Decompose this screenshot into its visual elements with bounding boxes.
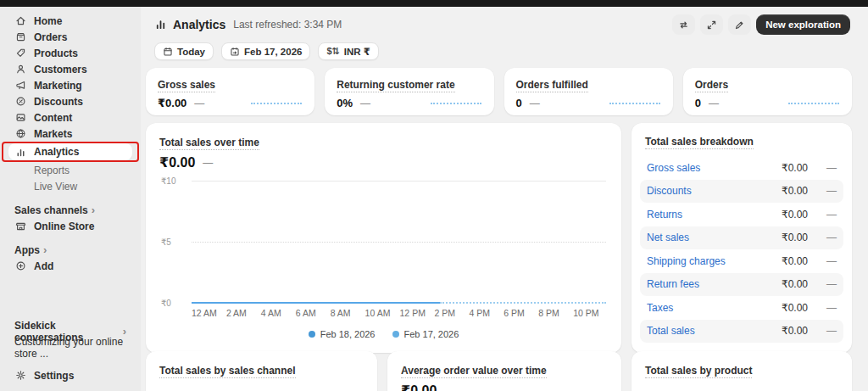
sidebar-item-reports[interactable]: Reports [8, 162, 132, 178]
card-title[interactable]: Average order value over time [401, 365, 547, 378]
home-icon [14, 15, 26, 27]
edit-button[interactable] [728, 14, 751, 35]
sparkline [251, 103, 302, 104]
x-axis-tick: 4 PM [469, 308, 504, 318]
add-circle-icon [14, 260, 26, 272]
sidebar-item-orders[interactable]: Orders [8, 29, 132, 45]
y-axis-tick: ₹0 [161, 299, 171, 308]
products-icon [14, 47, 26, 59]
breakdown-delta: — [825, 255, 837, 267]
metric-card-orders: Orders 0 — [683, 68, 852, 115]
breakdown-row: Total sales ₹0.00 — [640, 320, 843, 344]
breakdown-row: Taxes ₹0.00 — [640, 296, 843, 320]
legend-label: Feb 17, 2026 [404, 329, 459, 339]
sidebar-item-settings[interactable]: Settings [8, 367, 132, 383]
metric-title[interactable]: Returning customer rate [337, 79, 454, 92]
x-axis-tick: 2 PM [434, 308, 469, 318]
sidebar-item-label: Content [34, 112, 72, 124]
sidebar-item-markets[interactable]: Markets [8, 126, 132, 142]
sidebar-subitem-label: Reports [34, 165, 70, 176]
breakdown-row: Discounts ₹0.00 — [640, 180, 843, 204]
sidebar-item-analytics[interactable]: Analytics [8, 143, 132, 160]
bottom-row: Total sales by sales channel Average ord… [146, 351, 852, 391]
card-title[interactable]: Total sales by product [645, 365, 752, 378]
sidebar-item-label: Customers [34, 64, 87, 75]
filter-row: Today Feb 17, 2026 $⇅ INR ₹ [154, 42, 852, 60]
metric-delta: — [360, 98, 370, 109]
store-icon [14, 221, 26, 232]
currency-button[interactable]: $⇅ INR ₹ [318, 42, 378, 60]
settings-gear-icon [14, 370, 26, 382]
breakdown-delta: — [825, 302, 837, 314]
sidebar-item-add-app[interactable]: Add [8, 258, 132, 274]
breakdown-row: Shipping charges ₹0.00 — [640, 249, 843, 273]
sidebar-item-home[interactable]: Home [8, 13, 132, 29]
chart-title[interactable]: Total sales over time [159, 137, 259, 150]
breakdown-row: Returns ₹0.00 — [640, 203, 843, 226]
metric-title[interactable]: Orders [695, 79, 728, 92]
apps-section[interactable]: Apps › [8, 242, 132, 258]
breakdown-value: ₹0.00 [782, 325, 808, 337]
sales-channels-section[interactable]: Sales channels › [8, 202, 132, 218]
legend-label: Feb 18, 2026 [320, 329, 376, 339]
breakdown-link[interactable]: Discounts [647, 185, 782, 197]
expand-button[interactable] [700, 14, 723, 35]
x-axis-tick: 6 AM [296, 308, 331, 318]
gridline [192, 181, 606, 182]
discounts-icon [14, 96, 26, 108]
cycle-refresh-button[interactable] [672, 14, 695, 35]
breakdown-link[interactable]: Total sales [647, 325, 782, 337]
metric-delta: — [530, 98, 540, 109]
breakdown-title[interactable]: Total sales breakdown [645, 136, 754, 149]
sparkline [788, 103, 839, 104]
card-value: ₹0.00 [401, 383, 437, 391]
today-label: Today [177, 47, 205, 57]
breakdown-link[interactable]: Taxes [647, 302, 782, 314]
metric-title[interactable]: Orders fulfilled [516, 79, 588, 92]
card-title[interactable]: Total sales by sales channel [159, 365, 296, 378]
analytics-icon [14, 146, 26, 158]
sidebar-item-label: Online Store [34, 221, 94, 232]
calendar-compare-icon [230, 47, 240, 57]
sidebar-item-online-store[interactable]: Online Store [8, 218, 132, 234]
main-row: Total sales over time ₹0.00 — ₹10 ₹5 ₹0 [146, 123, 852, 344]
sidebar-item-content[interactable]: Content [8, 109, 132, 126]
breakdown-value: ₹0.00 [782, 232, 808, 243]
breakdown-rows: Gross sales ₹0.00 — Discounts ₹0.00 — Re… [640, 156, 843, 343]
sidebar-item-live-view[interactable]: Live View [8, 178, 132, 194]
chevron-right-icon: › [92, 204, 95, 215]
breakdown-link[interactable]: Shipping charges [647, 255, 782, 267]
compare-date-button[interactable]: Feb 17, 2026 [221, 42, 310, 60]
chart-delta: — [203, 157, 213, 169]
sidebar-item-customers[interactable]: Customers [8, 61, 132, 77]
breakdown-row: Net sales ₹0.00 — [640, 226, 843, 250]
analytics-page-icon [154, 18, 168, 31]
sidebar-item-products[interactable]: Products [8, 45, 132, 61]
new-exploration-button[interactable]: New exploration [756, 14, 850, 35]
metric-delta: — [709, 98, 719, 109]
apps-label: Apps [14, 244, 40, 256]
breakdown-value: ₹0.00 [782, 162, 808, 174]
date-range-today-button[interactable]: Today [154, 42, 214, 60]
sidebar-item-label: Add [34, 260, 53, 272]
x-axis-tick: 4 AM [261, 308, 296, 318]
chart-legend: Feb 18, 2026 Feb 17, 2026 [159, 329, 608, 339]
breakdown-link[interactable]: Return fees [647, 278, 782, 290]
breakdown-link[interactable]: Returns [647, 209, 782, 221]
metric-title[interactable]: Gross sales [158, 79, 215, 92]
sidebar-item-marketing[interactable]: Marketing [8, 77, 132, 93]
sidebar-item-label: Markets [34, 128, 72, 140]
series-line-feb18 [192, 302, 440, 304]
breakdown-link[interactable]: Gross sales [647, 162, 782, 174]
last-refreshed-text: Last refreshed: 3:34 PM [233, 19, 342, 31]
breakdown-link[interactable]: Net sales [647, 232, 782, 243]
breakdown-value: ₹0.00 [782, 185, 808, 197]
sidekick-conversation-item[interactable]: Customizing your online store ... [8, 339, 132, 355]
app-window: Home Orders Products Customers Marketing… [0, 0, 868, 391]
sidebar-item-discounts[interactable]: Discounts [8, 93, 132, 109]
metric-value: 0 [516, 97, 522, 109]
breakdown-row: Gross sales ₹0.00 — [640, 156, 843, 180]
breakdown-delta: — [825, 162, 837, 174]
legend-item-feb17[interactable]: Feb 17, 2026 [392, 329, 459, 339]
legend-item-feb18[interactable]: Feb 18, 2026 [309, 329, 376, 339]
